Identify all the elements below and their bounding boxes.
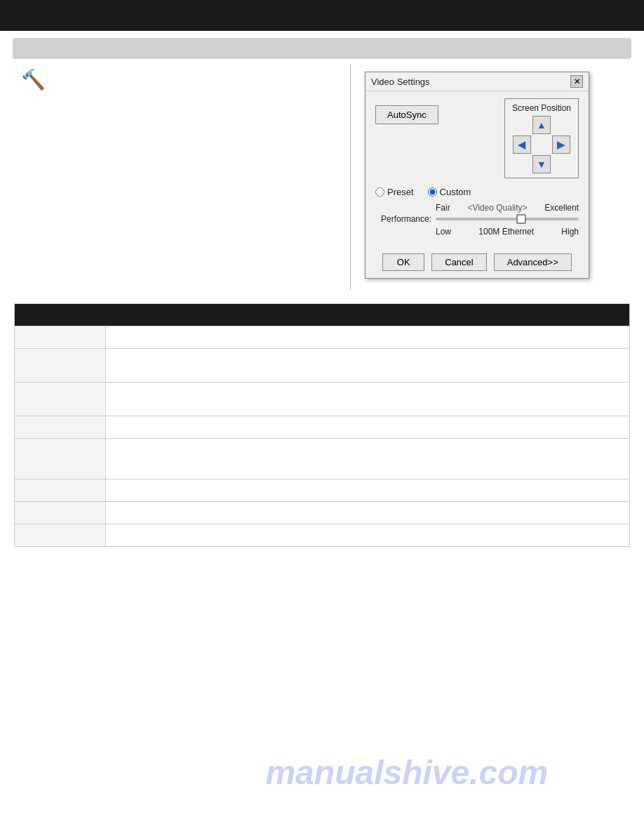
row-7-label [15, 502, 106, 524]
quality-row: Fair <Video Quality> Excellent [375, 203, 579, 213]
table-header-cell [15, 304, 630, 326]
preset-radio-label[interactable]: Preset [375, 187, 414, 197]
bandwidth-center: 100M Ethernet [478, 227, 534, 237]
row-5-label [15, 439, 106, 479]
row-8-value [106, 524, 630, 547]
row-1-label [15, 326, 106, 349]
preset-radio[interactable] [375, 187, 384, 197]
row-4-label [15, 416, 106, 439]
slider-thumb[interactable] [516, 214, 526, 224]
screen-position-box: Screen Position ▲ ◀ [504, 98, 579, 178]
row-7-value [106, 502, 630, 524]
table-row [15, 326, 630, 349]
arrow-empty-bl [513, 155, 531, 173]
table-row [15, 524, 630, 547]
quality-excellent: Excellent [544, 203, 579, 213]
radio-row: Preset Custom [375, 187, 579, 197]
data-table [14, 303, 630, 547]
arrow-empty-br [552, 155, 570, 173]
up-arrow-icon: ▲ [537, 119, 546, 131]
arrow-empty-tl [513, 116, 531, 134]
main-content: 🔨 Video Settings ✕ AutoSync Screen Posit… [0, 65, 644, 289]
row-6-label [15, 479, 106, 502]
table-header-row [15, 304, 630, 326]
right-arrow-icon: ▶ [557, 139, 565, 150]
dialog-top-row: AutoSync Screen Position ▲ [375, 98, 579, 178]
arrow-down-button[interactable]: ▼ [532, 155, 551, 173]
hammer-icon: 🔨 [21, 68, 46, 91]
toolbar-bar [13, 38, 631, 59]
close-icon: ✕ [574, 77, 580, 86]
video-settings-dialog: Video Settings ✕ AutoSync Screen Positio… [365, 72, 589, 279]
advanced-button[interactable]: Advanced>> [494, 253, 572, 271]
arrow-left-button[interactable]: ◀ [513, 135, 531, 154]
arrow-right-button[interactable]: ▶ [552, 135, 570, 154]
preset-label: Preset [387, 187, 414, 197]
bandwidth-row: Low 100M Ethernet High [375, 227, 579, 237]
quality-center: <Video Quality> [467, 203, 527, 213]
row-2-value [106, 349, 630, 383]
row-3-label [15, 383, 106, 416]
table-row [15, 349, 630, 383]
screen-position-label: Screen Position [512, 103, 571, 113]
left-panel: 🔨 [14, 65, 351, 289]
right-panel: Video Settings ✕ AutoSync Screen Positio… [351, 65, 630, 289]
arrow-up-button[interactable]: ▲ [532, 116, 551, 134]
arrow-center [532, 135, 551, 154]
autosync-button[interactable]: AutoSync [375, 105, 438, 124]
custom-radio-label[interactable]: Custom [428, 187, 471, 197]
left-arrow-icon: ◀ [518, 139, 525, 150]
table-row [15, 479, 630, 502]
arrow-empty-tr [552, 116, 570, 134]
arrow-grid: ▲ ◀ ▶ [513, 116, 570, 173]
quality-fair: Fair [375, 203, 450, 213]
dialog-close-button[interactable]: ✕ [570, 75, 583, 88]
table-row [15, 416, 630, 439]
row-2-label [15, 349, 106, 383]
custom-label: Custom [440, 187, 471, 197]
performance-label: Performance: [375, 214, 431, 224]
dialog-title: Video Settings [371, 77, 430, 87]
down-arrow-icon: ▼ [537, 159, 546, 170]
ok-button[interactable]: OK [382, 253, 424, 271]
bandwidth-low: Low [436, 227, 451, 237]
table-row [15, 383, 630, 416]
row-4-value [106, 416, 630, 439]
dialog-footer: OK Cancel Advanced>> [365, 251, 589, 278]
custom-radio[interactable] [428, 187, 437, 197]
dialog-body: AutoSync Screen Position ▲ [365, 91, 589, 251]
row-3-value [106, 383, 630, 416]
dialog-title-bar: Video Settings ✕ [365, 72, 589, 91]
slider-container: Performance: [375, 214, 579, 224]
table-section [14, 303, 630, 547]
table-row [15, 502, 630, 524]
cancel-button[interactable]: Cancel [431, 253, 486, 271]
watermark: manualshive.com [265, 753, 548, 792]
row-1-value [106, 326, 630, 349]
slider-track[interactable] [436, 218, 579, 220]
top-bar [0, 0, 644, 31]
row-5-value [106, 439, 630, 479]
row-6-value [106, 479, 630, 502]
bandwidth-high: High [561, 227, 579, 237]
row-8-label [15, 524, 106, 547]
table-row [15, 439, 630, 479]
